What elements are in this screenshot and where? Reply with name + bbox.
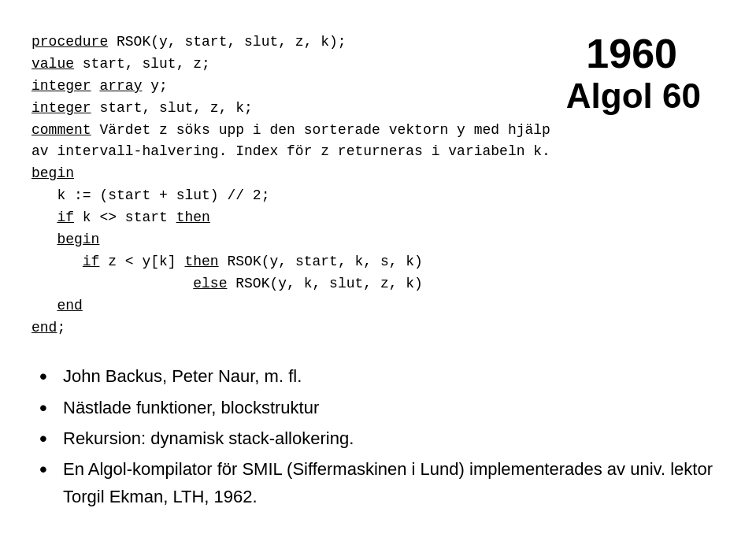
code-line-5: comment Värdet z söks upp i den sorterad…: [32, 120, 724, 142]
code-line-8: k := (start + slut) // 2;: [32, 185, 724, 207]
code-line-14: end;: [32, 317, 724, 339]
code-line-13: end: [32, 295, 724, 317]
page-container: 1960 Algol 60 procedure RSOK(y, start, s…: [32, 32, 724, 510]
code-line-12: else RSOK(y, k, slut, z, k): [32, 273, 724, 295]
code-line-6: av intervall-halvering. Index för z retu…: [32, 141, 724, 163]
code-line-10: begin: [32, 229, 724, 251]
bullet-item-3: Rekursion: dynamisk stack-allokering.: [39, 425, 724, 452]
bullet-item-2: Nästlade funktioner, blockstruktur: [39, 394, 724, 421]
bullet-list: John Backus, Peter Naur, m. fl. Nästlade…: [32, 362, 724, 510]
year-heading: 1960: [586, 32, 677, 76]
bullet-item-1: John Backus, Peter Naur, m. fl.: [39, 362, 724, 390]
code-line-11: if z < y[k] then RSOK(y, start, k, s, k): [32, 251, 724, 273]
code-line-9: if k <> start then: [32, 207, 724, 229]
code-line-7: begin: [32, 163, 724, 185]
algol-heading: Algol 60: [566, 77, 701, 115]
bullet-item-4: En Algol-kompilator för SMIL (Siffermask…: [39, 455, 724, 510]
